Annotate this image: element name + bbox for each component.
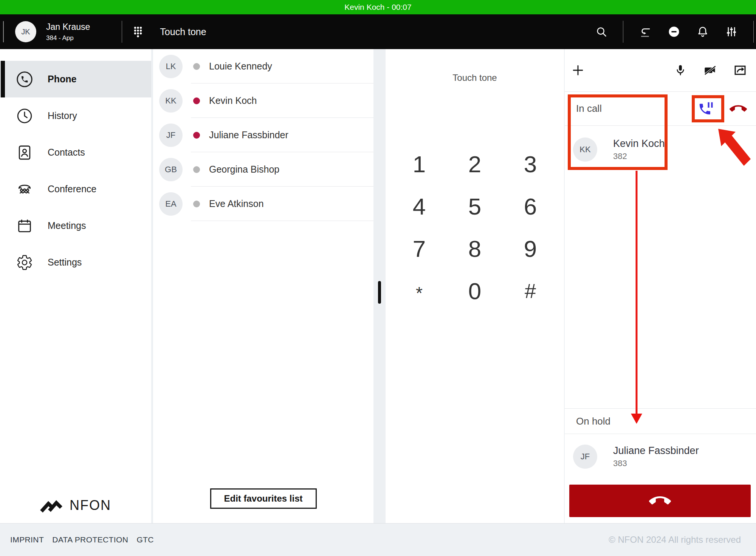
page-title: Touch tone — [160, 26, 206, 37]
dialpad-key-4[interactable]: 4 — [392, 185, 447, 227]
call-panel-spacer — [565, 173, 756, 408]
active-indicator — [1, 61, 5, 97]
search-icon[interactable] — [595, 26, 608, 38]
camera-off-icon[interactable] — [703, 63, 717, 77]
dialpad-grid: 1 2 3 4 5 6 7 8 9 * 0 # — [392, 143, 558, 312]
nfon-logo: NFON — [0, 497, 151, 513]
sidebar-item-label: Contacts — [48, 147, 85, 158]
copyright-text: © NFON 2024 All rights reserved — [609, 534, 741, 545]
panel-resize-handle[interactable] — [378, 281, 381, 304]
dialpad-key-8[interactable]: 8 — [447, 227, 503, 270]
favourite-row[interactable]: LK Louie Kennedy — [153, 49, 373, 83]
transfer-call-icon[interactable] — [733, 63, 747, 77]
add-call-icon[interactable] — [571, 63, 585, 77]
hold-call-icon[interactable] — [698, 100, 715, 117]
app-window: Kevin Koch - 00:07 JK Jan Krause 384 - A… — [0, 0, 756, 556]
presence-dot — [193, 132, 200, 139]
sidebar-item-label: Settings — [48, 257, 82, 268]
avatar: JF — [159, 124, 183, 147]
hang-up-icon — [649, 490, 671, 512]
user-name: Jan Krause — [46, 22, 90, 32]
footer-link-data-protection[interactable]: DATA PROTECTION — [52, 535, 128, 544]
favourite-name: Kevin Koch — [209, 95, 257, 106]
avatar: KK — [573, 137, 597, 162]
presence-dot — [193, 97, 200, 104]
footer-link-gtc[interactable]: GTC — [136, 535, 154, 544]
avatar: EA — [159, 192, 183, 216]
header-divider — [753, 21, 754, 43]
call-toolbar-right — [673, 63, 747, 77]
favourites-list: LK Louie Kennedy KK Kevin Koch JF Julian… — [153, 49, 373, 221]
nfon-logo-text: NFON — [70, 497, 111, 513]
favourite-name: Georgina Bishop — [209, 164, 279, 175]
in-call-label: In call — [576, 103, 602, 114]
microphone-icon[interactable] — [673, 63, 688, 77]
presence-dot — [193, 166, 200, 173]
favourite-name: Eve Atkinson — [209, 198, 264, 209]
active-call-banner-text: Kevin Koch - 00:07 — [344, 3, 411, 12]
dialpad-key-7[interactable]: 7 — [392, 227, 447, 270]
dialpad-key-2[interactable]: 2 — [447, 143, 503, 185]
contacts-icon — [16, 144, 33, 161]
notifications-bell-icon[interactable] — [696, 25, 710, 39]
avatar: LK — [159, 55, 183, 78]
favourite-row[interactable]: KK Kevin Koch — [153, 83, 373, 118]
audio-settings-icon[interactable] — [725, 25, 738, 39]
on-hold-section-header: On hold — [565, 408, 756, 434]
call-redirect-icon[interactable] — [638, 25, 652, 39]
dialpad-key-5[interactable]: 5 — [447, 185, 503, 227]
dialpad-key-9[interactable]: 9 — [503, 227, 558, 270]
favourite-row[interactable]: GB Georgina Bishop — [153, 152, 373, 187]
active-call-banner[interactable]: Kevin Koch - 00:07 — [0, 0, 756, 14]
on-hold-contact[interactable]: JF Juliane Fassbinder 383 — [565, 434, 756, 479]
footer-links: IMPRINT DATA PROTECTION GTC — [10, 535, 154, 544]
dialpad-key-hash[interactable]: # — [503, 270, 558, 312]
on-hold-label: On hold — [576, 415, 610, 427]
favourite-name: Louie Kennedy — [209, 61, 272, 72]
settings-gear-icon — [16, 254, 33, 271]
sidebar-item-history[interactable]: History — [0, 97, 151, 134]
history-icon — [16, 107, 33, 125]
dialpad-title: Touch tone — [386, 49, 564, 83]
avatar: GB — [159, 158, 183, 181]
do-not-disturb-icon[interactable] — [667, 25, 681, 39]
sidebar-item-phone[interactable]: Phone — [0, 61, 151, 97]
sidebar-item-settings[interactable]: Settings — [0, 244, 151, 281]
dialpad-key-3[interactable]: 3 — [503, 143, 558, 185]
contact-number: 382 — [613, 151, 665, 162]
dialpad-key-6[interactable]: 6 — [503, 185, 558, 227]
favourite-row[interactable]: JF Juliane Fassbinder — [153, 118, 373, 152]
contact-name: Juliane Fassbinder — [613, 444, 699, 457]
dialpad-key-star[interactable]: * — [392, 272, 447, 314]
dialpad-key-0[interactable]: 0 — [447, 270, 503, 312]
in-call-actions — [698, 100, 747, 117]
sidebar-item-meetings[interactable]: Meetings — [0, 207, 151, 244]
call-toolbar — [565, 49, 756, 92]
sidebar-item-label: Conference — [48, 184, 96, 195]
sidebar: Phone History Contacts — [0, 49, 151, 523]
in-call-contact[interactable]: KK Kevin Koch 382 — [565, 126, 756, 173]
edit-favourites-button[interactable]: Edit favourites list — [210, 488, 316, 509]
header: JK Jan Krause 384 - App Touch tone — [0, 14, 756, 49]
favourite-name: Juliane Fassbinder — [209, 130, 288, 141]
sidebar-item-label: History — [48, 110, 77, 121]
conference-icon — [16, 181, 33, 198]
avatar: JF — [573, 445, 597, 469]
favourite-row[interactable]: EA Eve Atkinson — [153, 187, 373, 221]
favourites-panel: LK Louie Kennedy KK Kevin Koch JF Julian… — [153, 49, 373, 523]
header-divider — [122, 21, 122, 43]
footer-link-imprint[interactable]: IMPRINT — [10, 535, 44, 544]
user-extension: 384 - App — [46, 34, 90, 42]
sidebar-item-contacts[interactable]: Contacts — [0, 134, 151, 171]
sidebar-item-label: Phone — [48, 74, 76, 85]
dialpad-panel: Touch tone 1 2 3 4 5 6 7 8 9 * 0 # — [386, 49, 564, 523]
sidebar-item-conference[interactable]: Conference — [0, 171, 151, 207]
hang-up-icon[interactable] — [730, 100, 747, 117]
dialpad-icon — [131, 25, 145, 39]
hang-up-button[interactable] — [569, 485, 751, 517]
header-left-divider — [3, 21, 4, 42]
dialpad-key-1[interactable]: 1 — [392, 143, 447, 185]
call-control-panel: In call KK Kevin Koch 382 On hold — [565, 49, 756, 523]
nfon-logo-mark — [40, 497, 64, 513]
avatar[interactable]: JK — [15, 21, 36, 42]
